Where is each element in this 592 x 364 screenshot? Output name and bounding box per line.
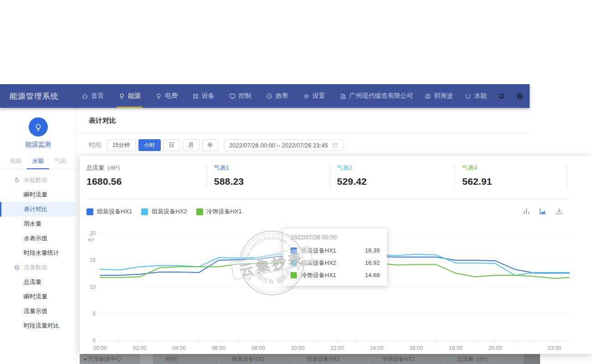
svg-text:10:00: 10:00 bbox=[291, 345, 305, 351]
globe-icon[interactable] bbox=[516, 93, 523, 100]
tooltip-row: 组装设备HX216.92 bbox=[291, 257, 380, 269]
stat-label: 总流量（m³） bbox=[87, 164, 207, 172]
download-icon[interactable] bbox=[555, 207, 563, 215]
energy-mode-label: 水能 bbox=[474, 92, 487, 100]
sidebar-item-表计对比[interactable]: 表计对比 bbox=[0, 202, 76, 217]
sidebar-item-用水量[interactable]: 用水量 bbox=[0, 217, 76, 231]
main-nav: 首页能源电费设备控制效率设置 bbox=[82, 84, 340, 108]
nav-item-设置[interactable]: 设置 bbox=[303, 84, 325, 108]
tooltip-series-name: 冷饰设备HX1 bbox=[301, 271, 336, 279]
granularity-月[interactable]: 月 bbox=[183, 139, 199, 151]
tree-node-factory[interactable]: ▸ 汽车制造中心 bbox=[80, 354, 140, 364]
tooltip-swatch bbox=[291, 248, 297, 254]
table-header-组装设备HX1: 组装设备HX1 bbox=[219, 354, 294, 364]
svg-text:20: 20 bbox=[90, 230, 96, 237]
nav-item-控制[interactable]: 控制 bbox=[229, 84, 251, 108]
svg-text:10: 10 bbox=[90, 284, 96, 290]
granularity-日[interactable]: 日 bbox=[163, 139, 180, 151]
sidebar-item-label: 流量示值 bbox=[24, 308, 47, 314]
bulb-icon bbox=[118, 93, 125, 100]
background-table-strip: ▸ 汽车制造中心时间组装设备HX1组装设备HX2冷饰设备HX1总流量（m³） bbox=[80, 354, 540, 364]
tab-水能[interactable]: 水能 bbox=[27, 154, 49, 169]
sidebar-item-时段水量统计[interactable]: 时段水量统计 bbox=[0, 246, 76, 260]
tooltip-swatch bbox=[291, 260, 297, 266]
filter-bar: 时间: 15分钟小时日月年 2022/07/26 00:00 – 2022/07… bbox=[77, 135, 530, 156]
meter-comparison-card: 总流量（m³）1680.56气表1588.23气表2529.42气表4562.9… bbox=[80, 156, 592, 354]
nav-item-能源[interactable]: 能源 bbox=[118, 84, 141, 108]
user-menu[interactable]: 郭海波 bbox=[424, 92, 453, 100]
sidebar-item-水表示值[interactable]: 水表示值 bbox=[0, 231, 76, 246]
ring-icon bbox=[464, 93, 471, 100]
sidebar-item-label: 流量数据 bbox=[24, 264, 47, 271]
stat-label: 气表2 bbox=[337, 164, 455, 172]
sidebar-item-label: 水表示值 bbox=[24, 235, 47, 242]
date-range-picker[interactable]: 2022/07/26 00:00 – 2022/07/26 23:45 bbox=[224, 139, 343, 151]
chart-legend: 组装设备HX1组装设备HX2冷饰设备HX1 bbox=[80, 199, 242, 224]
table-header-冷饰设备HX1: 冷饰设备HX1 bbox=[369, 354, 444, 364]
chart-toolbox bbox=[522, 207, 563, 215]
energy-mode-selector[interactable]: 水能 bbox=[464, 92, 487, 100]
sidebar-item-label: 水能数据 bbox=[24, 177, 47, 183]
bulb-icon bbox=[155, 93, 162, 100]
nav-item-首页[interactable]: 首页 bbox=[82, 84, 104, 108]
stat-value: 1680.56 bbox=[87, 176, 207, 187]
sidebar-item-瞬时流量[interactable]: 瞬时流量 bbox=[0, 187, 76, 202]
sidebar-header: 能源监测 bbox=[0, 108, 76, 149]
sidebar-item-流量示值[interactable]: 流量示值 bbox=[0, 304, 76, 318]
nav-item-label: 设置 bbox=[312, 92, 325, 100]
legend-item-组装设备HX1[interactable]: 组装设备HX1 bbox=[87, 207, 132, 216]
svg-text:00:00: 00:00 bbox=[93, 345, 107, 351]
bar-chart-icon[interactable] bbox=[522, 207, 531, 215]
monitor-icon bbox=[229, 93, 236, 100]
energy-monitor-icon bbox=[29, 117, 48, 136]
tab-气能[interactable]: 气能 bbox=[49, 154, 71, 169]
legend-item-冷饰设备HX1[interactable]: 冷饰设备HX1 bbox=[196, 207, 242, 216]
clock-icon bbox=[266, 93, 273, 100]
legend-label: 组装设备HX2 bbox=[152, 207, 187, 216]
granularity-15分钟[interactable]: 15分钟 bbox=[107, 139, 136, 151]
stat-气表4: 气表4562.91 bbox=[455, 156, 567, 199]
granularity-年[interactable]: 年 bbox=[202, 139, 219, 151]
sidebar-item-流量数据[interactable]: 流量数据 bbox=[0, 260, 76, 275]
svg-text:23:00: 23:00 bbox=[547, 345, 561, 351]
legend-item-组装设备HX2[interactable]: 组装设备HX2 bbox=[141, 207, 187, 216]
sidebar-item-时段流量对比[interactable]: 时段流量对比 bbox=[0, 318, 76, 333]
table-header-时间: 时间 bbox=[153, 354, 219, 364]
date-range-value: 2022/07/26 00:00 – 2022/07/26 23:45 bbox=[229, 142, 328, 149]
granularity-小时[interactable]: 小时 bbox=[138, 139, 161, 151]
screen: 能源管理系统 首页能源电费设备控制效率设置 广州现代锻造有限公司 郭海波 水能 … bbox=[0, 0, 592, 364]
sidebar-item-瞬时流量[interactable]: 瞬时流量 bbox=[0, 289, 76, 304]
sidebar-item-水能数据[interactable]: 水能数据 bbox=[0, 173, 76, 187]
svg-text:14:00: 14:00 bbox=[370, 345, 383, 351]
time-filter-label: 时间: bbox=[89, 141, 102, 149]
sidebar-item-总流量[interactable]: 总流量 bbox=[0, 275, 76, 289]
nav-item-电费[interactable]: 电费 bbox=[155, 84, 178, 108]
bell-icon[interactable] bbox=[498, 93, 505, 100]
wave-icon bbox=[14, 264, 20, 271]
svg-text:m³: m³ bbox=[88, 237, 94, 243]
sidebar-item-label: 时段流量对比 bbox=[24, 322, 59, 329]
table-gap bbox=[140, 354, 153, 364]
svg-text:08:00: 08:00 bbox=[251, 345, 265, 351]
home-icon bbox=[82, 93, 88, 100]
stat-label: 气表4 bbox=[462, 164, 567, 172]
svg-text:04:00: 04:00 bbox=[172, 345, 186, 351]
tooltip-series-value: 16.39 bbox=[365, 247, 380, 254]
tab-电能[interactable]: 电能 bbox=[5, 154, 27, 169]
table-scroll-thumb bbox=[524, 354, 540, 364]
nav-right: 广州现代锻造有限公司 郭海波 水能 bbox=[340, 92, 533, 100]
nav-item-效率[interactable]: 效率 bbox=[266, 84, 288, 108]
stat-气表1: 气表1588.23 bbox=[207, 156, 330, 199]
grid-icon bbox=[192, 93, 199, 100]
table-header-组装设备HX2: 组装设备HX2 bbox=[294, 354, 369, 364]
area-chart-icon[interactable] bbox=[539, 207, 547, 215]
page-title: 表计对比 bbox=[89, 116, 116, 125]
sidebar-item-label: 总流量 bbox=[24, 278, 41, 285]
building-icon bbox=[340, 93, 347, 100]
company-selector[interactable]: 广州现代锻造有限公司 bbox=[340, 92, 413, 100]
company-name: 广州现代锻造有限公司 bbox=[349, 92, 413, 100]
nav-item-设备[interactable]: 设备 bbox=[192, 84, 214, 108]
stat-value: 588.23 bbox=[214, 176, 330, 187]
tooltip-series-value: 16.92 bbox=[365, 259, 380, 266]
sidebar-menu: 水能数据瞬时流量表计对比用水量水表示值时段水量统计流量数据总流量瞬时流量流量示值… bbox=[0, 169, 76, 333]
